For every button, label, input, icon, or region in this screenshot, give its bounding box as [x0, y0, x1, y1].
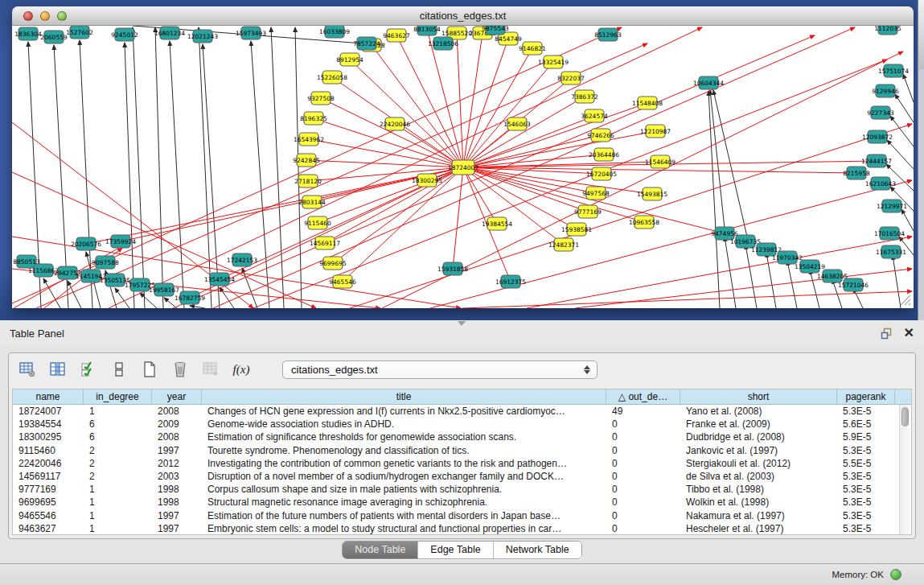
- column-header-short[interactable]: short: [680, 389, 837, 404]
- graph-node[interactable]: 13504219: [795, 260, 825, 273]
- split-pane-handle[interactable]: [458, 321, 466, 326]
- column-header-in_degree[interactable]: in_degree: [84, 389, 152, 404]
- graph-node[interactable]: 11548408: [632, 97, 663, 109]
- delete-table-icon[interactable]: [170, 359, 191, 380]
- graph-node[interactable]: 10604344: [693, 76, 724, 89]
- graph-node[interactable]: 9463627: [383, 29, 410, 42]
- graph-node[interactable]: 12210987: [640, 125, 671, 138]
- minimize-window-button[interactable]: [40, 11, 50, 21]
- graph-node[interactable]: 9227343: [867, 106, 894, 119]
- close-panel-icon[interactable]: ✕: [904, 327, 914, 340]
- column-header-name[interactable]: name: [13, 389, 84, 404]
- graph-node[interactable]: 8322037: [557, 72, 585, 84]
- graph-node[interactable]: 16801234: [154, 27, 185, 39]
- graph-node[interactable]: 15931858: [437, 262, 468, 275]
- graph-hub-node[interactable]: 18724007: [448, 160, 478, 175]
- graph-node[interactable]: 8196325: [300, 112, 327, 125]
- window-resize-grip[interactable]: [898, 293, 911, 306]
- column-header-out_degree[interactable]: △ out_de…: [606, 389, 680, 404]
- graph-node[interactable]: 15226058: [317, 71, 347, 84]
- graph-node[interactable]: 10963558: [629, 216, 659, 229]
- graph-node[interactable]: 15973493: [236, 27, 266, 39]
- graph-node[interactable]: 2060559: [40, 31, 68, 43]
- graph-node[interactable]: 9497568: [582, 187, 610, 200]
- scrollbar-thumb[interactable]: [901, 407, 909, 426]
- graph-node[interactable]: 9875543: [482, 26, 509, 35]
- graph-node[interactable]: 9777169: [574, 205, 602, 218]
- graph-node[interactable]: 15721046: [838, 278, 869, 291]
- graph-node[interactable]: 16912375: [495, 275, 526, 288]
- network-view-canvas[interactable]: 1872400715226058932750881963251654396292…: [12, 26, 914, 308]
- new-table-icon[interactable]: [139, 359, 160, 380]
- graph-node[interactable]: 1836304: [14, 27, 42, 40]
- table-row[interactable]: 969969511998Structural magnetic resonanc…: [13, 496, 899, 509]
- network-window[interactable]: citations_edges.txt 18724007152260589327…: [12, 6, 914, 308]
- graph-node[interactable]: 15493815: [637, 187, 667, 200]
- table-row[interactable]: 1456911722003Disruption of a novel membe…: [13, 470, 899, 483]
- graph-node[interactable]: 9146821: [519, 42, 546, 55]
- graph-node[interactable]: 1527602: [66, 26, 93, 39]
- select-columns-check-icon[interactable]: [78, 359, 99, 380]
- graph-node[interactable]: 1112035: [874, 26, 901, 35]
- graph-node[interactable]: 9115460: [304, 216, 331, 229]
- graph-node[interactable]: 9097588: [92, 256, 119, 269]
- table-selector-dropdown[interactable]: citations_edges.txt: [282, 360, 598, 379]
- graph-node[interactable]: 15938581: [561, 223, 592, 236]
- graph-node[interactable]: 22420046: [380, 117, 410, 130]
- graph-node[interactable]: 9129946: [872, 84, 899, 97]
- graph-node[interactable]: 9242845: [293, 154, 320, 167]
- graph-node[interactable]: 20206576: [71, 237, 101, 250]
- graph-node[interactable]: 11675331: [876, 245, 906, 258]
- graph-node[interactable]: 9699695: [319, 257, 347, 270]
- graph-edge-red: [213, 27, 855, 308]
- table-settings-icon[interactable]: [17, 359, 38, 380]
- table-row[interactable]: 1872400712008Changes of HCN gene express…: [13, 405, 899, 418]
- table-vertical-scrollbar[interactable]: [899, 405, 911, 534]
- table-row[interactable]: 2242004622012Investigating the contribut…: [13, 457, 899, 470]
- graph-node[interactable]: 12482371: [548, 238, 579, 251]
- graph-node[interactable]: 1546063: [503, 117, 531, 130]
- network-window-titlebar[interactable]: citations_edges.txt: [12, 6, 914, 26]
- graph-node[interactable]: 2803144: [298, 196, 326, 208]
- graph-node[interactable]: 13325419: [538, 56, 569, 68]
- graph-node[interactable]: 7386372: [571, 90, 598, 103]
- close-window-button[interactable]: [23, 11, 33, 21]
- graph-node[interactable]: 9245012: [111, 28, 138, 41]
- column-header-pagerank[interactable]: pagerank: [837, 389, 895, 404]
- table-row[interactable]: 977716911998Corpus callosum shape and si…: [13, 483, 899, 496]
- table-row[interactable]: 1938455462009Genome-wide association stu…: [13, 418, 899, 431]
- row-height-icon[interactable]: [109, 359, 129, 380]
- graph-node[interactable]: 19384554: [482, 217, 512, 230]
- graph-node[interactable]: 8813054: [413, 26, 441, 35]
- float-panel-icon[interactable]: [881, 328, 893, 340]
- table-row[interactable]: 1830029562008Estimation of significance …: [13, 431, 899, 443]
- graph-node[interactable]: 11546409: [645, 155, 676, 168]
- function-builder-icon[interactable]: f(x): [231, 359, 252, 380]
- table-row[interactable]: 946362711997Embryonic stem cells: a mode…: [13, 522, 899, 534]
- tab-node-table[interactable]: Node Table: [343, 542, 417, 558]
- zoom-window-button[interactable]: [57, 11, 67, 21]
- graph-node[interactable]: 18300295: [412, 174, 442, 187]
- tab-network-table[interactable]: Network Table: [493, 542, 581, 558]
- graph-node[interactable]: 8912954: [336, 53, 363, 66]
- graph-node[interactable]: 20364486: [589, 148, 619, 161]
- graph-node[interactable]: 8215958: [843, 167, 870, 179]
- graph-node[interactable]: 14638205: [817, 270, 848, 282]
- graph-node[interactable]: 9465546: [329, 275, 356, 288]
- graph-node[interactable]: 9746266: [587, 129, 614, 142]
- graph-node[interactable]: 12129971: [877, 200, 907, 212]
- graph-node[interactable]: 15751074: [878, 64, 909, 77]
- column-header-title[interactable]: title: [202, 389, 606, 404]
- graph-node[interactable]: 2718120: [294, 175, 322, 187]
- graph-node[interactable]: 16033809: [319, 26, 350, 38]
- table-column-icon[interactable]: [47, 359, 68, 380]
- column-header-year[interactable]: year: [152, 389, 202, 404]
- tab-edge-table[interactable]: Edge Table: [417, 542, 492, 558]
- table-row[interactable]: 946554611997Estimation of the future num…: [13, 509, 899, 522]
- graph-node[interactable]: 8512963: [594, 28, 622, 41]
- table-row[interactable]: 911546021997Tourette syndrome. Phenomeno…: [13, 444, 899, 457]
- graph-node[interactable]: 7857224: [353, 37, 380, 50]
- graph-node[interactable]: 3624574: [581, 109, 608, 122]
- graph-node[interactable]: 9327508: [307, 92, 335, 105]
- graph-node[interactable]: 17242153: [227, 253, 257, 266]
